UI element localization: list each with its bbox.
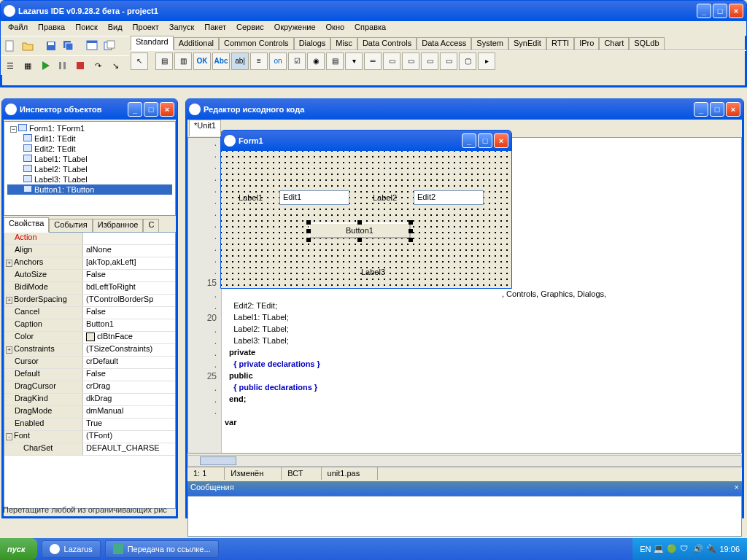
tab-events[interactable]: События	[49, 219, 92, 232]
shield-icon[interactable]: 🛡	[680, 544, 690, 554]
close-button[interactable]: ×	[494, 133, 508, 148]
memo-icon[interactable]: ≡	[250, 52, 268, 70]
label-icon[interactable]: Abc	[212, 52, 230, 70]
form-client-area[interactable]: Label1 Edit1 Label2 Edit2 Button1 Label3	[221, 151, 511, 288]
checkgroup-icon[interactable]: ▭	[421, 52, 438, 70]
property-row[interactable]: CaptionButton1	[4, 319, 175, 332]
property-row[interactable]: CursorcrDefault	[4, 357, 175, 369]
popupmenu-icon[interactable]: ▥	[174, 52, 192, 70]
button1[interactable]: Button1	[309, 222, 411, 238]
tree-item[interactable]: Label2: TLabel	[7, 164, 172, 174]
menu-tools[interactable]: Сервис	[232, 21, 268, 36]
tab-fav[interactable]: Избранное	[93, 219, 144, 232]
property-row[interactable]: AutoSizeFalse	[4, 270, 175, 282]
minimize-button[interactable]: _	[462, 133, 476, 148]
resize-handle[interactable]	[409, 229, 413, 233]
actionlist-icon[interactable]: ▸	[478, 52, 495, 70]
property-row[interactable]: ColorclBtnFace	[4, 332, 175, 344]
tree-item[interactable]: Edit1: TEdit	[7, 133, 172, 144]
minimize-button[interactable]: _	[694, 102, 708, 117]
minimize-button[interactable]: _	[697, 4, 711, 18]
property-row[interactable]: AlignalNone	[4, 245, 175, 257]
property-grid[interactable]: ActionAlignalNone+Anchors[akTop,akLeft]A…	[4, 232, 176, 509]
close-icon[interactable]: ×	[735, 483, 739, 494]
maximize-button[interactable]: □	[144, 102, 158, 117]
frame-icon[interactable]: ▢	[459, 52, 476, 70]
panel-icon[interactable]: ▭	[440, 52, 457, 70]
property-row[interactable]: -Font(TFont)	[4, 431, 175, 443]
minimize-button[interactable]: _	[128, 102, 142, 117]
toggle-form-icon[interactable]	[101, 38, 117, 54]
clock[interactable]: 19:06	[719, 545, 740, 553]
new-unit-icon[interactable]	[2, 38, 18, 54]
label3[interactable]: Label3	[361, 268, 385, 276]
resize-handle[interactable]	[357, 238, 362, 242]
label1[interactable]: Label1	[239, 193, 263, 202]
mainmenu-icon[interactable]: ▤	[155, 52, 173, 70]
menu-view[interactable]: Вид	[104, 21, 127, 36]
tab-dialogs[interactable]: Dialogs	[294, 37, 331, 50]
open-icon[interactable]	[20, 38, 36, 54]
start-button[interactable]: пуск	[0, 538, 37, 560]
combobox-icon[interactable]: ▾	[345, 52, 363, 70]
horizontal-scrollbar[interactable]	[187, 455, 742, 467]
edit2[interactable]: Edit2	[414, 190, 484, 205]
maximize-button[interactable]: □	[710, 102, 724, 117]
save-all-icon[interactable]	[61, 38, 77, 54]
form-titlebar[interactable]: Form1 _ □ ×	[221, 131, 511, 151]
button-icon[interactable]: OK	[193, 52, 211, 70]
tree-item[interactable]: Edit2: TEdit	[7, 144, 172, 154]
tree-item[interactable]: Button1: TButton	[7, 184, 172, 195]
run-icon[interactable]	[37, 58, 53, 74]
property-row[interactable]: DragKinddkDrag	[4, 394, 175, 406]
resize-handle[interactable]	[306, 238, 311, 242]
resize-handle[interactable]	[306, 220, 311, 225]
property-row[interactable]: DragModedmManual	[4, 406, 175, 419]
maximize-button[interactable]: □	[713, 4, 727, 18]
property-row[interactable]: +Anchors[akTop,akLeft]	[4, 257, 175, 270]
radiobutton-icon[interactable]: ◉	[307, 52, 325, 70]
property-row[interactable]: Action	[4, 233, 175, 245]
form-designer-window[interactable]: Form1 _ □ × Label1 Edit1 Label2 Edit2 Bu…	[220, 130, 512, 289]
tab-ipro[interactable]: IPro	[574, 37, 599, 50]
network-icon[interactable]: 💻	[654, 544, 664, 554]
scrollbar-icon[interactable]: ═	[364, 52, 382, 70]
menu-env[interactable]: Окружение	[270, 21, 320, 36]
tab-synedit[interactable]: SynEdit	[508, 37, 546, 50]
save-icon[interactable]	[43, 38, 59, 54]
step-into-icon[interactable]: ↘	[107, 58, 123, 74]
tree-item[interactable]: Label3: TLabel	[7, 174, 172, 184]
tab-unit1[interactable]: *Unit1	[189, 120, 221, 136]
listbox-icon[interactable]: ▤	[326, 52, 344, 70]
tab-standard[interactable]: Standard	[131, 36, 174, 50]
property-row[interactable]: DragCursorcrDrag	[4, 381, 175, 394]
usb-icon[interactable]: 🔌	[706, 544, 716, 554]
main-titlebar[interactable]: Lazarus IDE v0.9.28.2 бета - project1 _ …	[1, 1, 746, 21]
edit-icon[interactable]: ab|	[231, 52, 249, 70]
tree-item[interactable]: −Form1: TForm1	[7, 123, 172, 133]
object-tree[interactable]: −Form1: TForm1Edit1: TEditEdit2: TEditLa…	[4, 121, 176, 216]
pause-icon[interactable]	[55, 58, 71, 74]
tab-misc[interactable]: Misc	[330, 37, 357, 50]
tab-dataaccess[interactable]: Data Access	[417, 37, 471, 50]
property-row[interactable]: CharSetDEFAULT_CHARSE	[4, 443, 175, 456]
togglebox-icon[interactable]: on	[269, 52, 287, 70]
close-button[interactable]: ×	[160, 102, 174, 117]
menu-edit[interactable]: Правка	[34, 21, 69, 36]
maximize-button[interactable]: □	[478, 133, 492, 148]
tab-restricted[interactable]: С	[143, 219, 159, 232]
menu-run[interactable]: Запуск	[165, 21, 198, 36]
messages-title[interactable]: Сообщения ×	[187, 481, 742, 496]
menu-search[interactable]: Поиск	[71, 21, 101, 36]
messages-body[interactable]	[187, 496, 742, 537]
units-icon[interactable]: ☰	[2, 58, 18, 74]
label2[interactable]: Label2	[373, 193, 397, 202]
close-button[interactable]: ×	[726, 102, 740, 117]
property-row[interactable]: +Constraints(TSizeConstraints)	[4, 344, 175, 357]
inspector-titlebar[interactable]: Инспектор объектов _ □ ×	[2, 99, 177, 120]
property-row[interactable]: +BorderSpacing(TControlBorderSp	[4, 295, 175, 307]
torrent-icon[interactable]: 🟢	[667, 544, 677, 554]
taskbar-item-doc[interactable]: Передача по ссылке...	[105, 540, 219, 558]
property-row[interactable]: CancelFalse	[4, 307, 175, 319]
tab-rtti[interactable]: RTTI	[546, 37, 574, 50]
